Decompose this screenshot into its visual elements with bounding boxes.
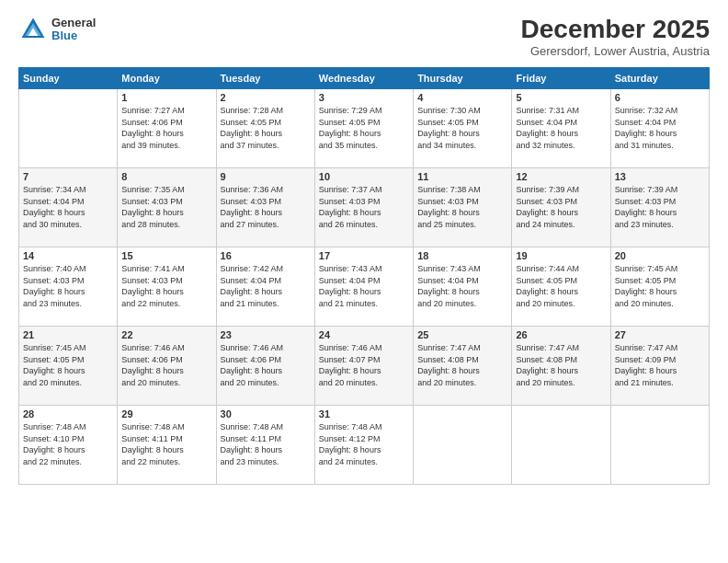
- day-number: 9: [221, 171, 311, 182]
- day-number: 17: [319, 250, 409, 261]
- week-row-5: 28Sunrise: 7:48 AMSunset: 4:10 PMDayligh…: [19, 406, 710, 485]
- month-title: December 2025: [521, 15, 710, 44]
- calendar-cell: [414, 406, 512, 485]
- location: Gerersdorf, Lower Austria, Austria: [521, 44, 710, 58]
- day-number: 23: [221, 329, 311, 340]
- day-info: Sunrise: 7:42 AMSunset: 4:04 PMDaylight:…: [221, 263, 311, 309]
- calendar-cell: 11Sunrise: 7:38 AMSunset: 4:03 PMDayligh…: [414, 168, 512, 247]
- day-info: Sunrise: 7:46 AMSunset: 4:06 PMDaylight:…: [221, 342, 311, 388]
- calendar-cell: [512, 406, 610, 485]
- day-info: Sunrise: 7:38 AMSunset: 4:03 PMDaylight:…: [417, 184, 507, 230]
- day-info: Sunrise: 7:44 AMSunset: 4:05 PMDaylight:…: [516, 263, 606, 309]
- calendar-cell: 22Sunrise: 7:46 AMSunset: 4:06 PMDayligh…: [118, 327, 216, 406]
- calendar-table: SundayMondayTuesdayWednesdayThursdayFrid…: [18, 67, 710, 485]
- day-number: 25: [417, 329, 507, 340]
- day-info: Sunrise: 7:46 AMSunset: 4:07 PMDaylight:…: [319, 342, 409, 388]
- day-info: Sunrise: 7:27 AMSunset: 4:06 PMDaylight:…: [121, 105, 211, 151]
- day-info: Sunrise: 7:34 AMSunset: 4:04 PMDaylight:…: [23, 184, 113, 230]
- day-info: Sunrise: 7:37 AMSunset: 4:03 PMDaylight:…: [319, 184, 409, 230]
- calendar-cell: 5Sunrise: 7:31 AMSunset: 4:04 PMDaylight…: [512, 89, 610, 168]
- calendar-cell: 30Sunrise: 7:48 AMSunset: 4:11 PMDayligh…: [216, 406, 314, 485]
- week-row-3: 14Sunrise: 7:40 AMSunset: 4:03 PMDayligh…: [19, 247, 710, 327]
- calendar-cell: 31Sunrise: 7:48 AMSunset: 4:12 PMDayligh…: [314, 406, 413, 485]
- calendar-cell: 6Sunrise: 7:32 AMSunset: 4:04 PMDaylight…: [610, 89, 709, 168]
- day-info: Sunrise: 7:48 AMSunset: 4:11 PMDaylight:…: [221, 421, 311, 467]
- calendar-cell: 7Sunrise: 7:34 AMSunset: 4:04 PMDaylight…: [19, 168, 118, 247]
- day-number: 19: [516, 250, 606, 261]
- day-number: 28: [23, 408, 113, 419]
- calendar-cell: 28Sunrise: 7:48 AMSunset: 4:10 PMDayligh…: [19, 406, 118, 485]
- day-info: Sunrise: 7:32 AMSunset: 4:04 PMDaylight:…: [615, 105, 705, 151]
- calendar-cell: 9Sunrise: 7:36 AMSunset: 4:03 PMDaylight…: [216, 168, 314, 247]
- header-day-tuesday: Tuesday: [216, 68, 314, 89]
- day-info: Sunrise: 7:35 AMSunset: 4:03 PMDaylight:…: [121, 184, 211, 230]
- day-number: 30: [221, 408, 311, 419]
- calendar-cell: 24Sunrise: 7:46 AMSunset: 4:07 PMDayligh…: [314, 327, 413, 406]
- header-day-saturday: Saturday: [610, 68, 709, 89]
- calendar-cell: 10Sunrise: 7:37 AMSunset: 4:03 PMDayligh…: [314, 168, 413, 247]
- day-info: Sunrise: 7:31 AMSunset: 4:04 PMDaylight:…: [516, 105, 606, 151]
- week-row-1: 1Sunrise: 7:27 AMSunset: 4:06 PMDaylight…: [19, 89, 710, 168]
- week-row-4: 21Sunrise: 7:45 AMSunset: 4:05 PMDayligh…: [19, 327, 710, 406]
- day-number: 7: [23, 171, 113, 182]
- day-info: Sunrise: 7:29 AMSunset: 4:05 PMDaylight:…: [319, 105, 409, 151]
- day-number: 15: [121, 250, 211, 261]
- calendar-cell: 15Sunrise: 7:41 AMSunset: 4:03 PMDayligh…: [118, 247, 216, 327]
- header-day-thursday: Thursday: [414, 68, 512, 89]
- logo-blue-text: Blue: [51, 29, 96, 42]
- day-info: Sunrise: 7:45 AMSunset: 4:05 PMDaylight:…: [23, 342, 113, 388]
- day-info: Sunrise: 7:30 AMSunset: 4:05 PMDaylight:…: [417, 105, 507, 151]
- day-info: Sunrise: 7:48 AMSunset: 4:12 PMDaylight:…: [319, 421, 409, 467]
- day-number: 13: [615, 171, 705, 182]
- day-info: Sunrise: 7:40 AMSunset: 4:03 PMDaylight:…: [23, 263, 113, 309]
- day-info: Sunrise: 7:43 AMSunset: 4:04 PMDaylight:…: [319, 263, 409, 309]
- day-number: 2: [221, 92, 311, 103]
- calendar-cell: 16Sunrise: 7:42 AMSunset: 4:04 PMDayligh…: [216, 247, 314, 327]
- day-info: Sunrise: 7:47 AMSunset: 4:08 PMDaylight:…: [417, 342, 507, 388]
- day-number: 6: [615, 92, 705, 103]
- day-number: 20: [615, 250, 705, 261]
- calendar-cell: 13Sunrise: 7:39 AMSunset: 4:03 PMDayligh…: [610, 168, 709, 247]
- day-info: Sunrise: 7:46 AMSunset: 4:06 PMDaylight:…: [121, 342, 211, 388]
- day-number: 5: [516, 92, 606, 103]
- calendar-cell: 17Sunrise: 7:43 AMSunset: 4:04 PMDayligh…: [314, 247, 413, 327]
- header-day-wednesday: Wednesday: [314, 68, 413, 89]
- logo-general-text: General: [51, 17, 96, 29]
- day-info: Sunrise: 7:39 AMSunset: 4:03 PMDaylight:…: [516, 184, 606, 230]
- day-info: Sunrise: 7:45 AMSunset: 4:05 PMDaylight:…: [615, 263, 705, 309]
- day-info: Sunrise: 7:47 AMSunset: 4:08 PMDaylight:…: [516, 342, 606, 388]
- calendar-cell: [610, 406, 709, 485]
- header: General Blue December 2025 Gerersdorf, L…: [18, 15, 710, 58]
- calendar-header-row: SundayMondayTuesdayWednesdayThursdayFrid…: [19, 68, 710, 89]
- calendar-cell: 29Sunrise: 7:48 AMSunset: 4:11 PMDayligh…: [118, 406, 216, 485]
- calendar-cell: 1Sunrise: 7:27 AMSunset: 4:06 PMDaylight…: [118, 89, 216, 168]
- day-number: 8: [121, 171, 211, 182]
- calendar-cell: 4Sunrise: 7:30 AMSunset: 4:05 PMDaylight…: [414, 89, 512, 168]
- calendar-cell: 8Sunrise: 7:35 AMSunset: 4:03 PMDaylight…: [118, 168, 216, 247]
- calendar-cell: 25Sunrise: 7:47 AMSunset: 4:08 PMDayligh…: [414, 327, 512, 406]
- calendar-cell: 19Sunrise: 7:44 AMSunset: 4:05 PMDayligh…: [512, 247, 610, 327]
- logo: General Blue: [18, 15, 96, 44]
- day-info: Sunrise: 7:41 AMSunset: 4:03 PMDaylight:…: [121, 263, 211, 309]
- day-number: 26: [516, 329, 606, 340]
- day-info: Sunrise: 7:48 AMSunset: 4:10 PMDaylight:…: [23, 421, 113, 467]
- calendar-cell: 3Sunrise: 7:29 AMSunset: 4:05 PMDaylight…: [314, 89, 413, 168]
- day-number: 27: [615, 329, 705, 340]
- day-info: Sunrise: 7:43 AMSunset: 4:04 PMDaylight:…: [417, 263, 507, 309]
- calendar-cell: 20Sunrise: 7:45 AMSunset: 4:05 PMDayligh…: [610, 247, 709, 327]
- day-number: 11: [417, 171, 507, 182]
- day-number: 31: [319, 408, 409, 419]
- calendar-cell: 18Sunrise: 7:43 AMSunset: 4:04 PMDayligh…: [414, 247, 512, 327]
- day-info: Sunrise: 7:39 AMSunset: 4:03 PMDaylight:…: [615, 184, 705, 230]
- header-day-friday: Friday: [512, 68, 610, 89]
- day-number: 18: [417, 250, 507, 261]
- page: General Blue December 2025 Gerersdorf, L…: [0, 0, 728, 563]
- day-number: 3: [319, 92, 409, 103]
- day-number: 12: [516, 171, 606, 182]
- day-info: Sunrise: 7:28 AMSunset: 4:05 PMDaylight:…: [221, 105, 311, 151]
- day-number: 1: [121, 92, 211, 103]
- day-info: Sunrise: 7:47 AMSunset: 4:09 PMDaylight:…: [615, 342, 705, 388]
- calendar-cell: [19, 89, 118, 168]
- day-info: Sunrise: 7:48 AMSunset: 4:11 PMDaylight:…: [121, 421, 211, 467]
- day-number: 16: [221, 250, 311, 261]
